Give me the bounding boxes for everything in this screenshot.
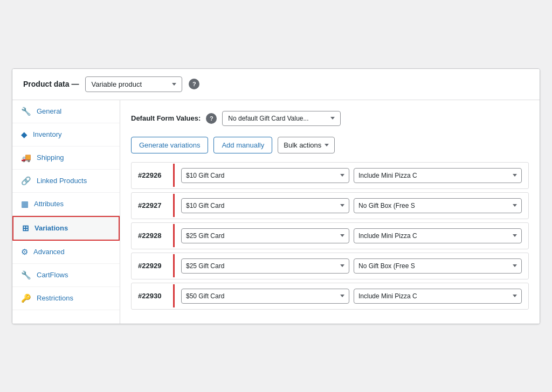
variations-list: #22926$10 Gift CardInclude Mini Pizza C#… [131,162,529,310]
sidebar-item-label-shipping: Shipping [37,153,64,162]
variation-id-3: #22929 [132,254,175,277]
variation-option2-3[interactable]: No Gift Box (Free S [354,258,522,274]
attributes-icon: ▦ [21,199,29,209]
default-form-row: Default Form Values: ? No default Gift C… [131,111,529,126]
variation-id-0: #22926 [132,164,175,187]
variation-option2-label-2: Include Mini Pizza C [358,232,509,240]
default-form-chevron [330,117,335,120]
sidebar-item-label-inventory: Inventory [33,130,61,138]
variation-option1-4[interactable]: $50 Gift Card [181,289,349,304]
sidebar-item-restrictions[interactable]: 🔑Restrictions [12,287,120,310]
variation-selects-2: $25 Gift CardInclude Mini Pizza C [175,223,528,249]
variation-option1-chevron-4 [340,295,344,297]
sidebar-item-attributes[interactable]: ▦Attributes [12,193,120,216]
sidebar-item-advanced[interactable]: ⚙Advanced [12,241,120,264]
variation-selects-1: $10 Gift CardNo Gift Box (Free S [175,193,528,219]
variation-option2-0[interactable]: Include Mini Pizza C [354,168,522,183]
restrictions-icon: 🔑 [21,293,31,303]
default-form-select[interactable]: No default Gift Card Value... [222,111,341,126]
sidebar: 🔧General◆Inventory🚚Shipping🔗Linked Produ… [12,100,120,324]
sidebar-item-label-general: General [37,107,61,115]
variation-option1-label-3: $25 Gift Card [186,262,337,270]
product-type-select[interactable]: Variable product [85,76,182,92]
sidebar-item-label-attributes: Attributes [34,200,64,208]
variation-option2-4[interactable]: Include Mini Pizza C [354,289,522,304]
variation-option2-label-1: No Gift Box (Free S [358,202,509,209]
actions-row: Generate variations Add manually Bulk ac… [131,137,529,153]
variation-option1-1[interactable]: $10 Gift Card [181,198,349,213]
variation-option2-2[interactable]: Include Mini Pizza C [354,228,522,243]
variation-row: #22929$25 Gift CardNo Gift Box (Free S [131,253,529,279]
sidebar-item-shipping[interactable]: 🚚Shipping [12,146,120,170]
default-form-help-icon[interactable]: ? [206,113,217,124]
panel-header: Product data — Variable product ? [12,69,540,100]
variation-row: #22927$10 Gift CardNo Gift Box (Free S [131,192,529,219]
variation-option1-2[interactable]: $25 Gift Card [181,228,349,243]
sidebar-item-linked-products[interactable]: 🔗Linked Products [12,170,120,193]
variation-option1-label-2: $25 Gift Card [186,232,337,240]
sidebar-item-inventory[interactable]: ◆Inventory [12,123,120,146]
sidebar-item-general[interactable]: 🔧General [12,100,120,123]
default-form-label: Default Form Values: [131,114,201,122]
sidebar-item-label-cartflows: CartFlows [37,271,68,279]
sidebar-item-label-variations: Variations [34,224,68,232]
variation-option2-label-3: No Gift Box (Free S [358,262,509,270]
sidebar-item-label-restrictions: Restrictions [37,294,73,302]
linked-products-icon: 🔗 [21,176,31,186]
variation-option2-label-4: Include Mini Pizza C [358,292,509,300]
inventory-icon: ◆ [21,130,27,139]
help-icon[interactable]: ? [189,79,199,89]
sidebar-item-cartflows[interactable]: 🔧CartFlows [12,264,120,287]
variation-selects-0: $10 Gift CardInclude Mini Pizza C [175,163,528,188]
variation-option1-label-4: $50 Gift Card [186,292,337,300]
variations-icon: ⊞ [22,223,29,233]
bulk-actions-chevron [325,144,329,146]
variation-selects-3: $25 Gift CardNo Gift Box (Free S [175,253,528,279]
default-form-value: No default Gift Card Value... [228,115,308,122]
sidebar-item-label-advanced: Advanced [33,248,65,256]
bulk-actions-button[interactable]: Bulk actions [278,137,335,153]
variation-option2-chevron-4 [513,295,517,297]
variation-row: #22928$25 Gift CardInclude Mini Pizza C [131,222,529,249]
sidebar-item-variations[interactable]: ⊞Variations [12,216,120,241]
variation-option1-0[interactable]: $10 Gift Card [181,168,349,183]
cartflows-icon: 🔧 [21,270,31,280]
variation-option2-label-0: Include Mini Pizza C [358,172,509,179]
product-type-value: Variable product [91,80,142,88]
variation-id-1: #22927 [132,194,175,217]
variation-row: #22926$10 Gift CardInclude Mini Pizza C [131,162,529,189]
variation-row: #22930$50 Gift CardInclude Mini Pizza C [131,283,529,310]
panel-body: 🔧General◆Inventory🚚Shipping🔗Linked Produ… [12,100,540,324]
product-data-label: Product data — [23,80,79,88]
variation-option1-chevron-2 [340,234,344,237]
generate-variations-button[interactable]: Generate variations [131,137,208,153]
add-manually-button[interactable]: Add manually [213,137,272,153]
product-data-panel: Product data — Variable product ? 🔧Gener… [12,68,540,324]
variation-option2-chevron-1 [513,204,517,207]
variation-option1-chevron-0 [340,174,344,177]
variation-option1-chevron-1 [340,204,344,207]
variation-option1-chevron-3 [340,264,344,267]
variation-option1-3[interactable]: $25 Gift Card [181,258,349,274]
shipping-icon: 🚚 [21,153,31,163]
variation-selects-4: $50 Gift CardInclude Mini Pizza C [175,283,528,309]
variation-option1-label-1: $10 Gift Card [186,202,337,209]
product-type-chevron [172,83,176,86]
variation-option2-chevron-2 [513,234,517,237]
bulk-actions-label: Bulk actions [284,141,321,149]
general-icon: 🔧 [21,107,31,116]
content-area: Default Form Values: ? No default Gift C… [120,100,540,324]
variation-option2-chevron-3 [513,264,517,267]
advanced-icon: ⚙ [21,247,28,257]
variation-option1-label-0: $10 Gift Card [186,172,337,179]
sidebar-item-label-linked-products: Linked Products [37,177,87,185]
variation-id-4: #22930 [132,284,175,307]
variation-option2-chevron-0 [513,174,517,177]
variation-id-2: #22928 [132,224,175,247]
variation-option2-1[interactable]: No Gift Box (Free S [354,198,522,213]
